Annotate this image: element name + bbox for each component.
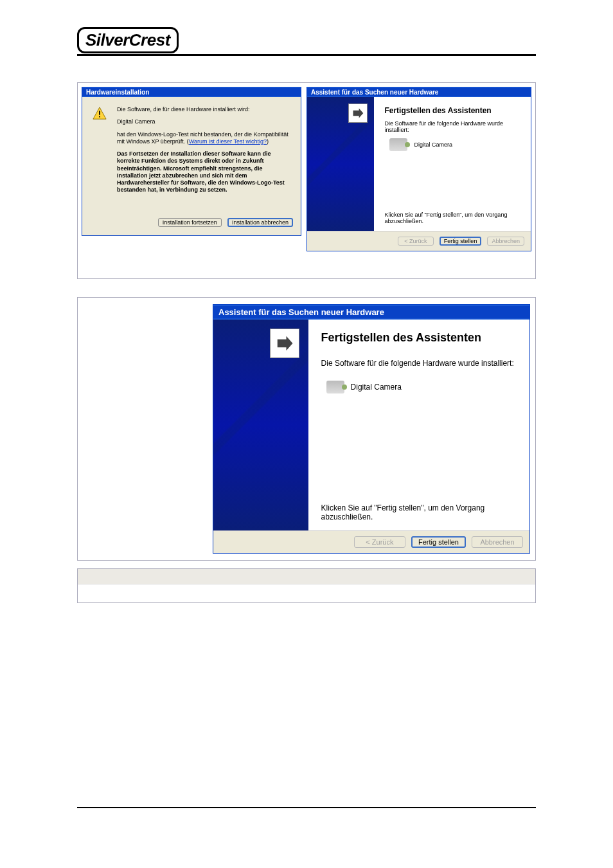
finish-button[interactable]: Fertig stellen [440, 237, 482, 246]
wizard-subtext: Die Software für die folgende Hardware w… [321, 359, 517, 368]
wizard-subtext: Die Software für die folgende Hardware w… [384, 120, 520, 133]
svg-rect-2 [99, 116, 100, 118]
wizard-heading: Fertigstellen des Assistenten [384, 106, 520, 115]
dialog-hardware-wizard-large: Assistent für das Suchen neuer Hardware … [213, 304, 530, 554]
wizard-note: Klicken Sie auf "Fertig stellen", um den… [321, 503, 517, 521]
camera-icon [326, 381, 344, 393]
figure-top: Hardwareinstallation Die Software, die f… [77, 82, 536, 279]
abort-install-button[interactable]: Installation abbrechen [227, 218, 293, 227]
hardware-device-label: Digital Camera [414, 141, 452, 148]
hardware-device-label: Digital Camera [351, 383, 402, 392]
wizard-sidebar-graphic [213, 320, 308, 530]
brand-logo: SilverCrest [77, 27, 179, 53]
footer-rule [77, 807, 536, 808]
back-button: < Zurück [354, 536, 405, 548]
dialog-title: Assistent für das Suchen neuer Hardware [213, 305, 529, 320]
brand-name: SilverCrest [85, 30, 170, 50]
figure-bottom: Assistent für das Suchen neuer Hardware … [77, 297, 536, 561]
install-line2: hat den Windows-Logo-Test nicht bestande… [117, 131, 290, 146]
warning-icon [93, 106, 107, 120]
dialog-title: Assistent für das Suchen neuer Hardware [307, 87, 531, 97]
header-rule [77, 54, 536, 56]
empty-panel-header [78, 569, 535, 584]
back-button: < Zurück [398, 237, 434, 246]
hardware-item: Digital Camera [389, 138, 520, 151]
install-warning: Das Fortsetzen der Installation dieser S… [117, 150, 290, 194]
finish-button[interactable]: Fertig stellen [411, 536, 466, 548]
empty-panel [77, 568, 536, 603]
continue-install-button[interactable]: Installation fortsetzen [158, 218, 222, 227]
cancel-button: Abbrechen [487, 237, 524, 246]
wizard-note: Klicken Sie auf "Fertig stellen", um den… [384, 212, 520, 224]
install-device: Digital Camera [117, 118, 290, 125]
dialog-title: Hardwareinstallation [82, 87, 301, 97]
device-install-icon [348, 104, 368, 123]
hardware-item: Digital Camera [326, 381, 517, 393]
camera-icon [389, 138, 407, 151]
wizard-sidebar-graphic [307, 97, 374, 231]
wizard-heading: Fertigstellen des Assistenten [321, 331, 517, 345]
dialog-hardware-install-small: Hardwareinstallation Die Software, die f… [82, 87, 301, 236]
device-install-icon [270, 329, 299, 358]
brand-logo-box: SilverCrest [77, 27, 179, 53]
dialog-hardware-wizard-small: Assistent für das Suchen neuer Hardware … [306, 87, 531, 251]
why-test-link[interactable]: Warum ist dieser Test wichtig? [189, 138, 267, 145]
install-line1: Die Software, die für diese Hardware ins… [117, 106, 290, 113]
svg-rect-1 [99, 111, 100, 114]
cancel-button: Abbrechen [472, 536, 523, 548]
